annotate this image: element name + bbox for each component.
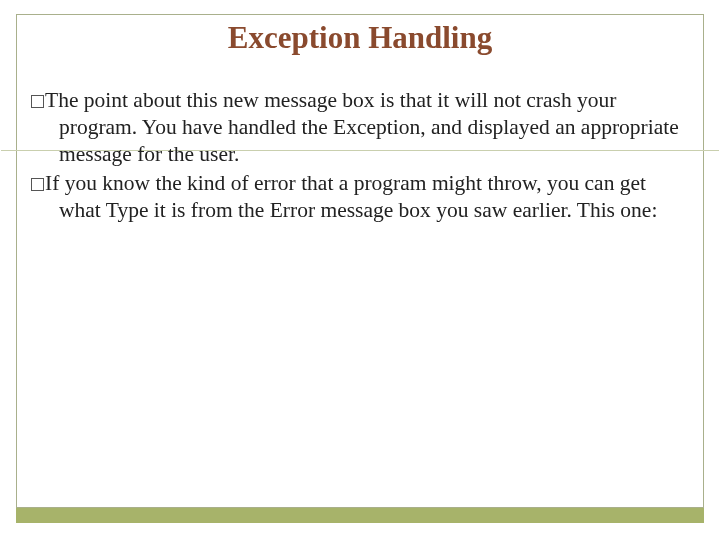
bullet-text: If you know the kind of error that a pro… [45,171,657,222]
accent-bar [16,508,704,523]
slide-title: Exception Handling [17,19,703,58]
bullet-item: If you know the kind of error that a pro… [31,170,685,224]
bullet-text: The point about this new message box is … [45,88,679,166]
content-frame: Exception Handling The point about this … [16,14,704,508]
bullet-item: The point about this new message box is … [31,87,685,168]
square-bullet-icon [31,178,44,191]
body-text: The point about this new message box is … [31,87,685,225]
square-bullet-icon [31,95,44,108]
slide: Exception Handling The point about this … [0,0,720,540]
